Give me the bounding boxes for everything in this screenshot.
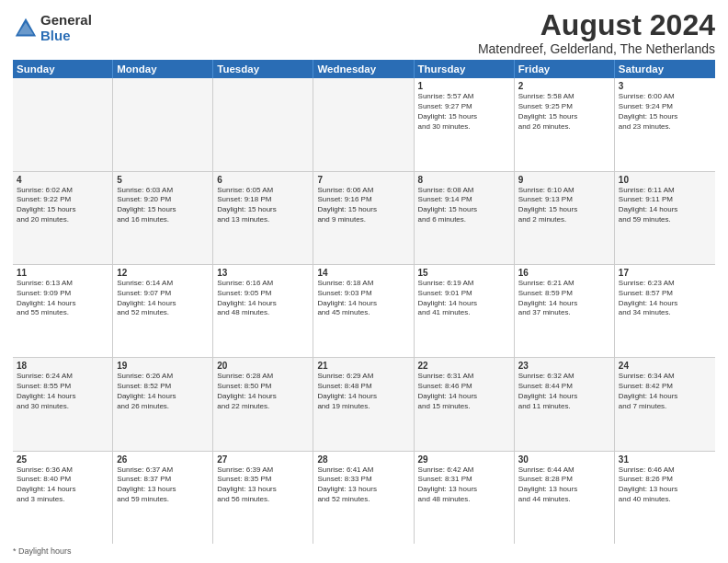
day-number: 10 xyxy=(619,175,711,185)
day-cell-11: 11Sunrise: 6:13 AM Sunset: 9:09 PM Dayli… xyxy=(13,265,113,357)
day-content: Sunrise: 5:57 AM Sunset: 9:27 PM Dayligh… xyxy=(418,92,510,132)
day-content: Sunrise: 6:26 AM Sunset: 8:52 PM Dayligh… xyxy=(117,372,209,411)
day-number: 26 xyxy=(117,454,209,465)
week-row-5: 25Sunrise: 6:36 AM Sunset: 8:40 PM Dayli… xyxy=(13,452,715,544)
day-number: 18 xyxy=(17,361,108,371)
week-row-2: 4Sunrise: 6:02 AM Sunset: 9:22 PM Daylig… xyxy=(13,172,715,265)
col-header-wednesday: Wednesday xyxy=(313,60,414,78)
day-content: Sunrise: 6:41 AM Sunset: 8:33 PM Dayligh… xyxy=(317,465,409,505)
day-content: Sunrise: 6:14 AM Sunset: 9:07 PM Dayligh… xyxy=(117,279,209,318)
day-cell-29: 29Sunrise: 6:42 AM Sunset: 8:31 PM Dayli… xyxy=(415,452,515,544)
day-number: 17 xyxy=(619,268,711,278)
day-cell-10: 10Sunrise: 6:11 AM Sunset: 9:11 PM Dayli… xyxy=(615,172,715,264)
calendar: SundayMondayTuesdayWednesdayThursdayFrid… xyxy=(13,60,715,544)
day-cell-24: 24Sunrise: 6:34 AM Sunset: 8:42 PM Dayli… xyxy=(615,358,715,450)
day-content: Sunrise: 6:18 AM Sunset: 9:03 PM Dayligh… xyxy=(317,279,409,318)
day-cell-13: 13Sunrise: 6:16 AM Sunset: 9:05 PM Dayli… xyxy=(213,265,313,357)
day-number: 30 xyxy=(518,454,610,465)
day-content: Sunrise: 6:24 AM Sunset: 8:55 PM Dayligh… xyxy=(17,372,108,411)
day-cell-28: 28Sunrise: 6:41 AM Sunset: 8:33 PM Dayli… xyxy=(313,452,414,544)
day-number: 4 xyxy=(17,175,108,185)
empty-cell xyxy=(313,78,414,170)
day-content: Sunrise: 6:34 AM Sunset: 8:42 PM Dayligh… xyxy=(619,372,711,411)
day-cell-26: 26Sunrise: 6:37 AM Sunset: 8:37 PM Dayli… xyxy=(113,452,213,544)
logo-blue: Blue xyxy=(40,29,92,44)
day-cell-30: 30Sunrise: 6:44 AM Sunset: 8:28 PM Dayli… xyxy=(515,452,615,544)
day-cell-22: 22Sunrise: 6:31 AM Sunset: 8:46 PM Dayli… xyxy=(415,358,515,450)
main-title: August 2024 xyxy=(478,9,715,41)
day-cell-5: 5Sunrise: 6:03 AM Sunset: 9:20 PM Daylig… xyxy=(113,172,213,264)
day-number: 15 xyxy=(418,268,510,278)
day-content: Sunrise: 6:02 AM Sunset: 9:22 PM Dayligh… xyxy=(17,186,108,225)
day-number: 24 xyxy=(619,361,711,371)
day-content: Sunrise: 6:31 AM Sunset: 8:46 PM Dayligh… xyxy=(418,372,510,411)
logo-text: General Blue xyxy=(40,13,92,43)
day-number: 12 xyxy=(117,268,209,278)
day-content: Sunrise: 6:16 AM Sunset: 9:05 PM Dayligh… xyxy=(217,279,309,318)
page: General Blue August 2024 Matendreef, Gel… xyxy=(0,0,728,563)
empty-cell xyxy=(213,78,313,170)
day-content: Sunrise: 6:46 AM Sunset: 8:26 PM Dayligh… xyxy=(619,465,711,505)
day-content: Sunrise: 6:44 AM Sunset: 8:28 PM Dayligh… xyxy=(518,465,610,505)
week-row-3: 11Sunrise: 6:13 AM Sunset: 9:09 PM Dayli… xyxy=(13,265,715,358)
col-header-sunday: Sunday xyxy=(13,60,113,78)
day-number: 11 xyxy=(17,268,108,278)
day-number: 9 xyxy=(518,175,610,185)
day-content: Sunrise: 6:28 AM Sunset: 8:50 PM Dayligh… xyxy=(217,372,309,411)
day-content: Sunrise: 6:36 AM Sunset: 8:40 PM Dayligh… xyxy=(17,465,108,505)
day-content: Sunrise: 6:19 AM Sunset: 9:01 PM Dayligh… xyxy=(418,279,510,318)
day-cell-14: 14Sunrise: 6:18 AM Sunset: 9:03 PM Dayli… xyxy=(313,265,414,357)
day-cell-23: 23Sunrise: 6:32 AM Sunset: 8:44 PM Dayli… xyxy=(515,358,615,450)
day-content: Sunrise: 6:06 AM Sunset: 9:16 PM Dayligh… xyxy=(317,186,409,225)
day-number: 31 xyxy=(619,454,711,465)
empty-cell xyxy=(13,78,113,170)
subtitle: Matendreef, Gelderland, The Netherlands xyxy=(478,41,715,56)
day-cell-9: 9Sunrise: 6:10 AM Sunset: 9:13 PM Daylig… xyxy=(515,172,615,264)
col-header-tuesday: Tuesday xyxy=(213,60,313,78)
col-header-thursday: Thursday xyxy=(415,60,515,78)
day-content: Sunrise: 6:00 AM Sunset: 9:24 PM Dayligh… xyxy=(619,92,711,132)
day-number: 6 xyxy=(217,175,309,185)
day-number: 8 xyxy=(418,175,510,185)
day-content: Sunrise: 6:03 AM Sunset: 9:20 PM Dayligh… xyxy=(117,186,209,225)
logo: General Blue xyxy=(13,13,92,43)
day-content: Sunrise: 6:39 AM Sunset: 8:35 PM Dayligh… xyxy=(217,465,309,505)
day-cell-17: 17Sunrise: 6:23 AM Sunset: 8:57 PM Dayli… xyxy=(615,265,715,357)
day-number: 23 xyxy=(518,361,610,371)
day-content: Sunrise: 6:29 AM Sunset: 8:48 PM Dayligh… xyxy=(317,372,409,411)
day-cell-3: 3Sunrise: 6:00 AM Sunset: 9:24 PM Daylig… xyxy=(615,78,715,170)
day-number: 19 xyxy=(117,361,209,371)
day-content: Sunrise: 6:23 AM Sunset: 8:57 PM Dayligh… xyxy=(619,279,711,318)
day-cell-16: 16Sunrise: 6:21 AM Sunset: 8:59 PM Dayli… xyxy=(515,265,615,357)
day-content: Sunrise: 6:10 AM Sunset: 9:13 PM Dayligh… xyxy=(518,186,610,225)
day-number: 28 xyxy=(317,454,409,465)
logo-icon xyxy=(13,16,39,41)
empty-cell xyxy=(113,78,213,170)
logo-general: General xyxy=(40,13,92,29)
day-cell-31: 31Sunrise: 6:46 AM Sunset: 8:26 PM Dayli… xyxy=(615,452,715,544)
day-content: Sunrise: 5:58 AM Sunset: 9:25 PM Dayligh… xyxy=(518,92,610,132)
day-content: Sunrise: 6:37 AM Sunset: 8:37 PM Dayligh… xyxy=(117,465,209,505)
col-header-friday: Friday xyxy=(515,60,615,78)
day-cell-1: 1Sunrise: 5:57 AM Sunset: 9:27 PM Daylig… xyxy=(415,78,515,170)
day-number: 20 xyxy=(217,361,309,371)
day-number: 5 xyxy=(117,175,209,185)
day-number: 13 xyxy=(217,268,309,278)
day-number: 21 xyxy=(317,361,409,371)
day-cell-7: 7Sunrise: 6:06 AM Sunset: 9:16 PM Daylig… xyxy=(313,172,414,264)
calendar-body: 1Sunrise: 5:57 AM Sunset: 9:27 PM Daylig… xyxy=(13,78,715,544)
col-header-monday: Monday xyxy=(113,60,213,78)
day-content: Sunrise: 6:32 AM Sunset: 8:44 PM Dayligh… xyxy=(518,372,610,411)
day-cell-4: 4Sunrise: 6:02 AM Sunset: 9:22 PM Daylig… xyxy=(13,172,113,264)
week-row-4: 18Sunrise: 6:24 AM Sunset: 8:55 PM Dayli… xyxy=(13,358,715,451)
day-number: 7 xyxy=(317,175,409,185)
day-cell-15: 15Sunrise: 6:19 AM Sunset: 9:01 PM Dayli… xyxy=(415,265,515,357)
day-cell-18: 18Sunrise: 6:24 AM Sunset: 8:55 PM Dayli… xyxy=(13,358,113,450)
day-cell-6: 6Sunrise: 6:05 AM Sunset: 9:18 PM Daylig… xyxy=(213,172,313,264)
day-cell-20: 20Sunrise: 6:28 AM Sunset: 8:50 PM Dayli… xyxy=(213,358,313,450)
day-cell-2: 2Sunrise: 5:58 AM Sunset: 9:25 PM Daylig… xyxy=(515,78,615,170)
day-content: Sunrise: 6:05 AM Sunset: 9:18 PM Dayligh… xyxy=(217,186,309,225)
day-number: 27 xyxy=(217,454,309,465)
title-block: August 2024 Matendreef, Gelderland, The … xyxy=(478,9,715,56)
day-cell-19: 19Sunrise: 6:26 AM Sunset: 8:52 PM Dayli… xyxy=(113,358,213,450)
